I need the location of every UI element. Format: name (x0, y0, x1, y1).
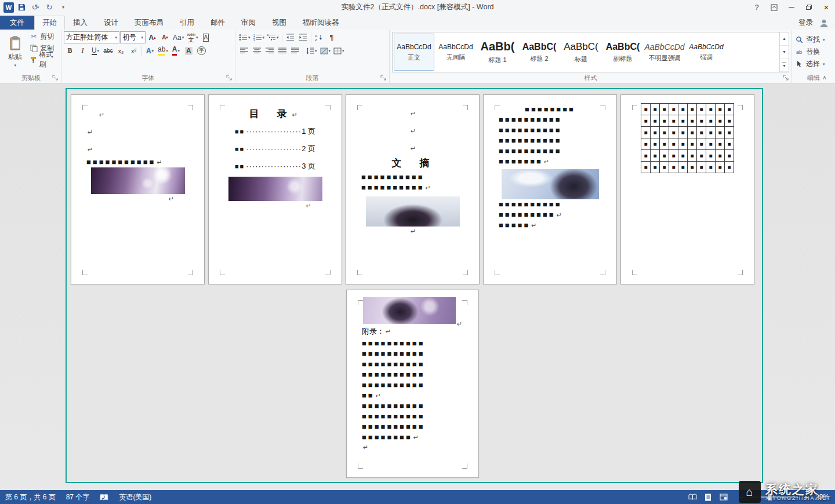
table-cell[interactable]: ■ (641, 127, 651, 138)
table-cell[interactable]: ■ (678, 138, 688, 150)
table-cell[interactable]: ■ (651, 150, 660, 162)
tab-view[interactable]: 视图 (264, 16, 295, 30)
close-button[interactable]: × (818, 0, 835, 14)
table-cell[interactable]: ■ (660, 127, 669, 138)
table-cell[interactable]: ■ (678, 162, 688, 173)
change-case-button[interactable]: Aa▾ (172, 31, 185, 43)
table-cell[interactable]: ■ (641, 138, 651, 150)
table-cell[interactable]: ■ (669, 115, 678, 127)
table-cell[interactable]: ■ (651, 104, 660, 115)
zoom-out-button[interactable]: − (736, 492, 746, 502)
align-center-button[interactable] (251, 45, 263, 57)
table-cell[interactable]: ■ (725, 138, 734, 150)
language-indicator[interactable]: 英语(美国) (114, 490, 157, 504)
table-cell[interactable]: ■ (716, 115, 725, 127)
table-cell[interactable]: ■ (660, 104, 669, 115)
tab-home[interactable]: 开始 (34, 16, 65, 30)
tab-mailings[interactable]: 邮件 (202, 16, 233, 30)
replace-button[interactable]: ab替换 (794, 46, 833, 58)
multilevel-list-button[interactable]: ▾ (266, 31, 280, 43)
text-highlight-button[interactable]: ab▾ (157, 45, 169, 57)
table-cell[interactable]: ■ (678, 127, 688, 138)
table-cell[interactable]: ■ (706, 150, 716, 162)
redo-button[interactable]: ↻ (43, 1, 56, 14)
text-effects-button[interactable]: A▾ (144, 45, 156, 57)
document-page-6[interactable]: ↵附录：↵■■■■■■■■■■■■■■■■■■■■■■■■■■■■■■■■■■■… (346, 290, 479, 478)
styles-more-button[interactable]: ▼ (780, 59, 789, 72)
zoom-in-button[interactable]: + (801, 492, 811, 502)
paste-button[interactable]: 粘贴 ▾ (3, 31, 26, 73)
table-cell[interactable]: ■ (641, 150, 651, 162)
table-cell[interactable]: ■ (669, 138, 678, 150)
table-cell[interactable]: ■ (660, 138, 669, 150)
format-painter-button[interactable]: 格式刷 (28, 54, 59, 65)
font-color-button[interactable]: A▾ (170, 45, 182, 57)
tab-design[interactable]: 设计 (96, 16, 126, 30)
table-cell[interactable]: ■ (706, 138, 716, 150)
zoom-slider[interactable] (749, 496, 798, 498)
phonetic-guide-button[interactable]: wén文▾ (186, 31, 199, 43)
table-cell[interactable]: ■ (688, 115, 697, 127)
tab-foxit-reader[interactable]: 福昕阅读器 (295, 16, 347, 30)
help-button[interactable]: ? (748, 0, 765, 14)
table-cell[interactable]: ■ (651, 162, 660, 173)
print-layout-button[interactable] (700, 490, 716, 504)
style-item-heading1[interactable]: AaBb(标题 1 (477, 34, 518, 71)
bold-button[interactable]: B (64, 45, 76, 57)
table-cell[interactable]: ■ (706, 104, 716, 115)
font-name-select[interactable]: 方正胖娃简体▾ (64, 31, 119, 43)
borders-button[interactable]: ▾ (332, 45, 346, 57)
word-logo-icon[interactable]: W (3, 2, 14, 13)
grow-font-button[interactable]: A▴ (146, 31, 158, 43)
clipboard-dialog-launcher[interactable] (52, 75, 59, 81)
tab-references[interactable]: 引用 (172, 16, 202, 30)
justify-button[interactable] (276, 45, 288, 57)
styles-scroll-down-button[interactable]: ▼ (780, 46, 789, 59)
table-cell[interactable]: ■ (660, 150, 669, 162)
distribute-button[interactable] (289, 45, 301, 57)
undo-button[interactable]: ↺▾ (29, 1, 42, 14)
read-mode-button[interactable] (685, 490, 700, 504)
table-cell[interactable]: ■ (678, 115, 688, 127)
table-cell[interactable]: ■ (678, 104, 688, 115)
sort-button[interactable]: AZ (313, 31, 325, 43)
paragraph-dialog-launcher[interactable] (380, 75, 387, 81)
document-page-1[interactable]: ↵↵↵■■■■■■■■■■■↵↵ (71, 94, 205, 284)
tab-review[interactable]: 审阅 (233, 16, 264, 30)
table-cell[interactable]: ■ (669, 104, 678, 115)
table-cell[interactable]: ■ (651, 115, 660, 127)
table-cell[interactable]: ■ (725, 162, 734, 173)
table-cell[interactable]: ■ (651, 138, 660, 150)
table-cell[interactable]: ■ (716, 138, 725, 150)
align-right-button[interactable] (263, 45, 275, 57)
table-cell[interactable]: ■ (725, 104, 734, 115)
superscript-button[interactable]: x² (128, 45, 140, 57)
table-cell[interactable]: ■ (725, 127, 734, 138)
web-layout-button[interactable] (716, 490, 732, 504)
italic-button[interactable]: I (77, 45, 89, 57)
table-cell[interactable]: ■ (669, 127, 678, 138)
enclose-characters-button[interactable]: 字 (195, 45, 208, 57)
style-item-heading2[interactable]: AaBbC(标题 2 (519, 34, 560, 71)
line-spacing-button[interactable]: ▾ (305, 45, 318, 57)
document-page-3[interactable]: ↵↵↵文 摘■■■■■■■■■■■■■■■■■■■■↵↵ (346, 94, 480, 284)
table-cell[interactable]: ■ (688, 162, 697, 173)
show-formatting-marks-button[interactable]: ¶ (326, 31, 338, 43)
table-cell[interactable]: ■ (706, 127, 716, 138)
data-table[interactable]: ■■■■■■■■■■■■■■■■■■■■■■■■■■■■■■■■■■■■■■■■… (641, 103, 734, 173)
cut-button[interactable]: ✂剪切 (28, 31, 59, 42)
inline-image[interactable] (502, 169, 599, 199)
font-size-select[interactable]: 初号▾ (120, 31, 146, 43)
spellcheck-indicator[interactable] (95, 490, 114, 504)
underline-button[interactable]: U▾ (89, 45, 101, 57)
table-cell[interactable]: ■ (669, 162, 678, 173)
table-cell[interactable]: ■ (725, 115, 734, 127)
decrease-indent-button[interactable] (284, 31, 296, 43)
minimize-button[interactable] (783, 0, 800, 14)
table-cell[interactable]: ■ (688, 150, 697, 162)
font-dialog-launcher[interactable] (226, 75, 233, 81)
table-cell[interactable]: ■ (641, 115, 651, 127)
align-left-button[interactable] (238, 45, 250, 57)
table-cell[interactable]: ■ (660, 115, 669, 127)
increase-indent-button[interactable] (297, 31, 309, 43)
